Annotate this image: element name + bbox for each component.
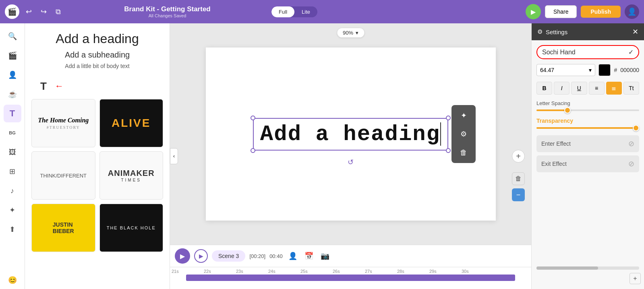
zoom-bar[interactable]: 90% ▾ bbox=[337, 28, 364, 37]
align-button[interactable]: ≣ bbox=[606, 82, 622, 95]
transparency-slider-track[interactable] bbox=[536, 127, 639, 129]
timeline-time-bracket: [00:20] bbox=[249, 253, 265, 259]
canvas-heading-text[interactable]: Add a heading bbox=[253, 118, 448, 151]
resize-handle-tr[interactable] bbox=[446, 116, 451, 120]
user-avatar[interactable]: 👤 bbox=[625, 4, 639, 19]
save-status: All Changes Saved bbox=[67, 13, 267, 18]
italic-button[interactable]: I bbox=[554, 82, 569, 95]
table-icon-btn[interactable]: ⊞ bbox=[4, 163, 21, 180]
animaker-main: ANIMAKER bbox=[108, 169, 155, 178]
music-icon-btn[interactable]: ♪ bbox=[4, 182, 21, 200]
project-title: Brand Kit - Getting Started bbox=[67, 5, 267, 13]
view-toggle: Full Lite bbox=[271, 6, 317, 17]
blackhole-text: THE BLACK HOLE bbox=[100, 204, 163, 252]
scenes-icon-btn[interactable]: 🎬 bbox=[4, 47, 21, 64]
add-text-button[interactable]: T bbox=[35, 77, 52, 95]
format-tt-button[interactable]: Tt bbox=[623, 82, 639, 95]
zoom-add-button[interactable]: + bbox=[630, 273, 641, 284]
timeline-play-secondary-button[interactable]: ▶ bbox=[194, 249, 208, 263]
coffee-icon-btn[interactable]: ☕ bbox=[4, 85, 21, 103]
publish-button[interactable]: Publish bbox=[581, 6, 621, 18]
text-card-homecoming[interactable]: The Home Coming #TRUESTORY bbox=[31, 99, 95, 147]
collapse-panel-button[interactable]: ‹ bbox=[170, 148, 178, 164]
font-selector[interactable]: Sochi Hand ✓ bbox=[536, 45, 639, 59]
transparency-thumb[interactable] bbox=[633, 125, 639, 131]
alive-text: ALIVE bbox=[100, 99, 163, 147]
format-buttons-row: B I U ≡ ≣ Tt bbox=[536, 82, 639, 95]
upload-icon-btn[interactable]: ⬆ bbox=[4, 221, 21, 238]
view-lite-button[interactable]: Lite bbox=[294, 6, 317, 17]
font-size-color-row: 64.47 ▾ # 000000 bbox=[536, 64, 639, 76]
text-card-justin[interactable]: JUSTINBIEBER bbox=[31, 204, 95, 252]
text-card-think[interactable]: THINK/DIFFERENT bbox=[31, 151, 95, 200]
preview-play-button[interactable]: ▶ bbox=[526, 4, 541, 19]
text-card-alive[interactable]: ALIVE bbox=[99, 99, 164, 147]
avatar-timeline-button[interactable]: 👤 bbox=[287, 250, 299, 262]
text-card-animaker[interactable]: ANIMAKER TIMES bbox=[99, 151, 164, 200]
ruler-mark-30: 30s bbox=[460, 269, 492, 274]
bg-icon-btn[interactable]: BG bbox=[4, 124, 21, 142]
right-settings-panel: ⚙ Settings ✕ Sochi Hand ✓ 64.47 ▾ # 0000… bbox=[531, 23, 644, 289]
close-settings-button[interactable]: ✕ bbox=[632, 27, 638, 36]
color-swatch[interactable] bbox=[598, 64, 611, 76]
underline-button[interactable]: U bbox=[571, 82, 587, 95]
settings-content: Sochi Hand ✓ 64.47 ▾ # 000000 B I U ≡ ≣ bbox=[532, 40, 644, 180]
font-chevron-icon: ✓ bbox=[628, 48, 634, 56]
font-size-selector[interactable]: 64.47 ▾ bbox=[536, 64, 595, 76]
resize-handle-br[interactable] bbox=[446, 148, 451, 153]
justin-name: JUSTINBIEBER bbox=[53, 221, 74, 234]
copy-button[interactable]: ⧉ bbox=[53, 6, 63, 18]
exit-effect-row[interactable]: Exit Effect ⊘ bbox=[536, 155, 639, 172]
settings-context-button[interactable]: ⚙ bbox=[453, 125, 474, 143]
panel-subheading[interactable]: Add a subheading bbox=[31, 50, 163, 60]
ruler-mark-26: 26s bbox=[331, 269, 363, 274]
timeline-play-button[interactable]: ▶ bbox=[175, 248, 190, 264]
topbar: 🎬 ↩ ↪ ⧉ Brand Kit - Getting Started All … bbox=[0, 0, 644, 23]
rotate-handle[interactable]: ↺ bbox=[348, 158, 354, 167]
list-button[interactable]: ≡ bbox=[589, 82, 605, 95]
timeline-time-total: 00:40 bbox=[269, 253, 283, 259]
font-name-label: Sochi Hand bbox=[542, 49, 626, 56]
bold-button[interactable]: B bbox=[536, 82, 552, 95]
letter-spacing-track[interactable] bbox=[536, 109, 639, 111]
text-icon-btn[interactable]: T bbox=[4, 105, 21, 122]
exit-effect-icon: ⊘ bbox=[628, 159, 634, 168]
scene-badge: Scene 3 bbox=[212, 250, 245, 262]
template-row-1: The Home Coming #TRUESTORY ALIVE bbox=[31, 99, 163, 147]
add-element-float-button[interactable]: + bbox=[512, 150, 525, 163]
text-card-blackhole[interactable]: THE BLACK HOLE bbox=[99, 204, 164, 252]
panel-heading[interactable]: Add a heading bbox=[31, 31, 163, 46]
settings-header: ⚙ Settings ✕ bbox=[532, 23, 644, 40]
scrollbar-area: + bbox=[532, 265, 644, 289]
text-panel: Add a heading Add a subheading Add a lit… bbox=[25, 23, 170, 289]
ruler-mark-28: 28s bbox=[396, 269, 428, 274]
exit-effect-label: Exit Effect bbox=[541, 161, 567, 167]
share-button[interactable]: Share bbox=[545, 5, 577, 18]
emoji-icon-btn[interactable]: 😊 bbox=[4, 271, 21, 289]
delete-float-button[interactable]: 🗑 bbox=[512, 172, 525, 185]
image-icon-btn[interactable]: 🖼 bbox=[4, 143, 21, 161]
delete-context-button[interactable]: 🗑 bbox=[453, 144, 474, 161]
view-full-button[interactable]: Full bbox=[271, 6, 294, 17]
letter-spacing-thumb[interactable] bbox=[564, 107, 571, 114]
panel-body[interactable]: Add a little bit of body text bbox=[31, 63, 163, 69]
timeline-track[interactable] bbox=[186, 275, 515, 281]
undo-button[interactable]: ↩ bbox=[23, 6, 34, 18]
resize-handle-tl[interactable] bbox=[251, 116, 255, 120]
right-scrollbar[interactable] bbox=[536, 266, 639, 270]
enter-effect-row[interactable]: Enter Effect ⊘ bbox=[536, 135, 639, 152]
camera-timeline-button[interactable]: 📷 bbox=[319, 250, 331, 262]
add-element-btn[interactable]: ✦ bbox=[4, 201, 21, 219]
calendar-timeline-button[interactable]: 📅 bbox=[303, 250, 315, 262]
resize-handle-bl[interactable] bbox=[251, 148, 255, 153]
font-size-chevron-icon: ▾ bbox=[589, 67, 592, 73]
minus-float-button[interactable]: − bbox=[512, 188, 525, 201]
think-text: THINK/DIFFERENT bbox=[40, 173, 87, 179]
text-element-container: Add a heading ✦ ⚙ 🗑 ↺ bbox=[253, 118, 448, 151]
search-icon-btn[interactable]: 🔍 bbox=[4, 27, 21, 45]
avatar-icon-btn[interactable]: 👤 bbox=[4, 66, 21, 84]
timeline-controls: ▶ ▶ Scene 3 [00:20] 00:40 👤 📅 📷 bbox=[170, 245, 531, 267]
ai-enhance-button[interactable]: ✦ bbox=[453, 107, 474, 124]
redo-button[interactable]: ↪ bbox=[38, 6, 49, 18]
enter-effect-icon: ⊘ bbox=[628, 139, 634, 148]
